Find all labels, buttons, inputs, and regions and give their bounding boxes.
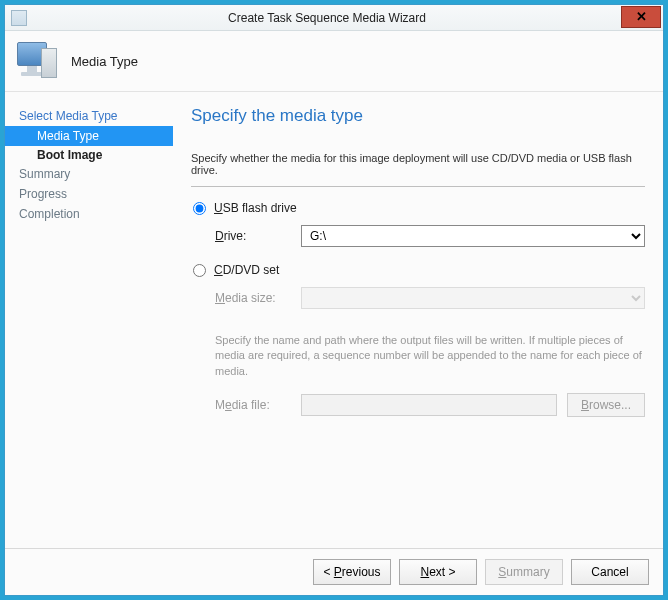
sidebar-item-media-type[interactable]: Media Type — [5, 126, 173, 146]
browse-button: Browse... — [567, 393, 645, 417]
wizard-window: Create Task Sequence Media Wizard ✕ Medi… — [4, 4, 664, 596]
previous-button[interactable]: < Previous — [313, 559, 391, 585]
radio-cd-label[interactable]: CD/DVD set — [214, 263, 279, 277]
sidebar-item-progress[interactable]: Progress — [5, 184, 173, 204]
next-button[interactable]: Next > — [399, 559, 477, 585]
header-title: Media Type — [71, 54, 138, 69]
wizard-sidebar: Select Media Type Media Type Boot Image … — [5, 92, 173, 548]
close-button[interactable]: ✕ — [621, 6, 661, 28]
page-title: Specify the media type — [191, 106, 645, 126]
media-size-row: Media size: — [215, 287, 645, 309]
drive-row: Drive: G:\ — [215, 225, 645, 247]
drive-label: Drive: — [215, 229, 301, 243]
help-text: Specify the name and path where the outp… — [215, 333, 645, 379]
wizard-content: Specify the media type Specify whether t… — [173, 92, 663, 548]
sidebar-item-completion[interactable]: Completion — [5, 204, 173, 224]
option-usb-row: USB flash drive — [191, 201, 645, 215]
media-file-label: Media file: — [215, 398, 301, 412]
radio-cd[interactable] — [193, 264, 206, 277]
summary-button: Summary — [485, 559, 563, 585]
system-icon — [11, 10, 27, 26]
media-file-row: Media file: Browse... — [215, 393, 645, 417]
sidebar-item-summary[interactable]: Summary — [5, 164, 173, 184]
separator — [191, 186, 645, 187]
sidebar-item-boot-image[interactable]: Boot Image — [5, 146, 173, 164]
media-size-label: Media size: — [215, 291, 301, 305]
option-cd-row: CD/DVD set — [191, 263, 645, 277]
wizard-footer: < Previous Next > Summary Cancel — [5, 548, 663, 595]
cancel-button[interactable]: Cancel — [571, 559, 649, 585]
drive-select[interactable]: G:\ — [301, 225, 645, 247]
media-file-input — [301, 394, 557, 416]
radio-usb[interactable] — [193, 202, 206, 215]
window-title: Create Task Sequence Media Wizard — [33, 11, 621, 25]
title-bar: Create Task Sequence Media Wizard ✕ — [5, 5, 663, 31]
media-size-select — [301, 287, 645, 309]
radio-usb-label[interactable]: USB flash drive — [214, 201, 297, 215]
wizard-header: Media Type — [5, 31, 663, 91]
wizard-body: Select Media Type Media Type Boot Image … — [5, 91, 663, 548]
instruction-text: Specify whether the media for this image… — [191, 152, 645, 176]
computer-icon — [17, 42, 57, 80]
sidebar-item-select-media-type[interactable]: Select Media Type — [5, 106, 173, 126]
